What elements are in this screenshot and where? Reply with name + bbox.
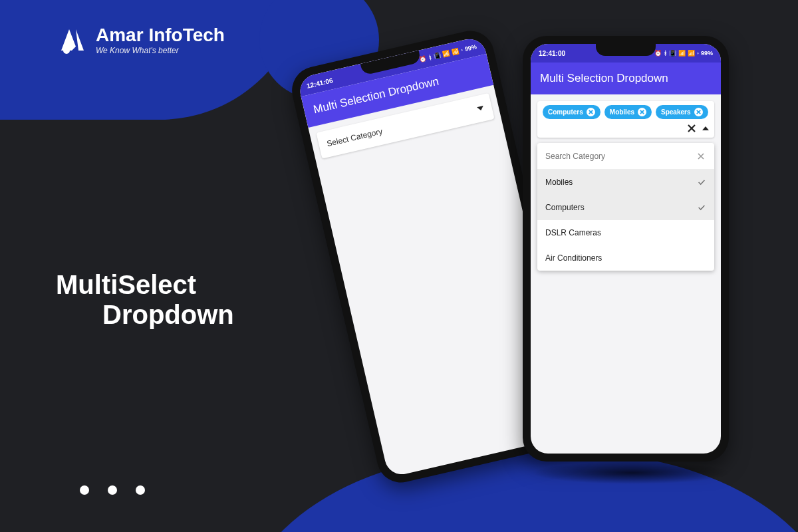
battery-text: 99% bbox=[701, 50, 713, 57]
app-bar: Multi Selection Dropdown bbox=[531, 63, 721, 94]
chevron-up-icon[interactable] bbox=[702, 126, 709, 130]
search-input[interactable] bbox=[545, 152, 696, 161]
pager-dot[interactable] bbox=[136, 485, 145, 495]
status-time: 12:41:00 bbox=[539, 50, 565, 57]
dropdown-panel: Mobiles Computers DSLR Cameras Air Condi… bbox=[537, 143, 714, 271]
check-icon bbox=[697, 203, 706, 212]
option-label: Mobiles bbox=[545, 178, 573, 187]
vibrate-icon: 📳 bbox=[669, 50, 676, 57]
brand-logo: Amar InfoTech We Know What's better bbox=[57, 24, 225, 56]
pager-dot[interactable] bbox=[80, 485, 89, 495]
chip-mobiles[interactable]: Mobiles bbox=[604, 105, 652, 119]
alarm-icon: ⏰ bbox=[654, 50, 662, 57]
phone-notch bbox=[596, 44, 656, 56]
clear-search-icon[interactable] bbox=[696, 151, 706, 162]
marketing-title: MultiSelect Dropdown bbox=[56, 270, 234, 330]
dropdown-placeholder: Select Category bbox=[326, 126, 383, 148]
marketing-title-line1: MultiSelect bbox=[56, 270, 234, 300]
option-air-conditioners[interactable]: Air Conditioners bbox=[537, 245, 714, 271]
chip-speakers[interactable]: Speakers bbox=[656, 105, 708, 119]
status-time: 12:41:06 bbox=[306, 76, 333, 90]
pager-dots bbox=[80, 485, 145, 495]
signal-icon: 📶 bbox=[688, 50, 695, 57]
brand-name-bold: Amar bbox=[96, 25, 144, 45]
option-dslr-cameras[interactable]: DSLR Cameras bbox=[537, 220, 714, 245]
brand-tagline: We Know What's better bbox=[96, 46, 225, 55]
check-icon bbox=[697, 178, 706, 187]
brand-mark-icon bbox=[57, 24, 89, 56]
brand-name: Amar InfoTech bbox=[96, 25, 225, 46]
option-label: Computers bbox=[545, 203, 585, 212]
pager-dot[interactable] bbox=[108, 485, 117, 495]
chip-remove-icon[interactable] bbox=[587, 108, 595, 116]
option-label: DSLR Cameras bbox=[545, 228, 601, 237]
vibrate-icon: 📳 bbox=[433, 52, 442, 60]
bluetooth-icon: ᚼ bbox=[428, 54, 432, 61]
marketing-canvas: Amar InfoTech We Know What's better Mult… bbox=[0, 0, 798, 532]
dropdown-search-row bbox=[537, 143, 714, 170]
marketing-title-line2: Dropdown bbox=[102, 300, 234, 330]
phone-mockup-open: 12:41:00 ⏰ ᚼ 📳 📶 📶 ◦ 99% Multi Selection… bbox=[523, 36, 729, 462]
wifi-icon: 📶 bbox=[442, 49, 451, 57]
option-mobiles[interactable]: Mobiles bbox=[537, 170, 714, 195]
svg-point-0 bbox=[63, 47, 70, 54]
clear-all-icon[interactable] bbox=[686, 123, 697, 134]
wifi-icon: 📶 bbox=[678, 50, 686, 57]
signal-icon: 📶 bbox=[451, 47, 460, 55]
option-computers[interactable]: Computers bbox=[537, 195, 714, 220]
status-icons: ⏰ ᚼ 📳 📶 📶 ◦ 99% bbox=[654, 50, 713, 57]
battery-text: 99% bbox=[464, 43, 477, 53]
app-title: Multi Selection Dropdown bbox=[540, 72, 668, 85]
chevron-down-icon bbox=[477, 106, 484, 111]
chip-remove-icon[interactable] bbox=[694, 108, 703, 116]
bluetooth-icon: ᚼ bbox=[664, 50, 667, 57]
chip-label: Speakers bbox=[661, 108, 690, 116]
chip-computers[interactable]: Computers bbox=[543, 105, 600, 119]
chip-label: Computers bbox=[548, 108, 583, 116]
decor-blob-top bbox=[0, 0, 306, 120]
decor-shadow bbox=[532, 462, 732, 484]
chip-label: Mobiles bbox=[610, 108, 634, 116]
option-label: Air Conditioners bbox=[545, 253, 602, 263]
chip-remove-icon[interactable] bbox=[638, 108, 646, 116]
dropdown-open-header[interactable]: Computers Mobiles Speakers bbox=[537, 101, 714, 138]
brand-name-light: InfoTech bbox=[148, 25, 225, 45]
alarm-icon: ⏰ bbox=[418, 55, 427, 63]
